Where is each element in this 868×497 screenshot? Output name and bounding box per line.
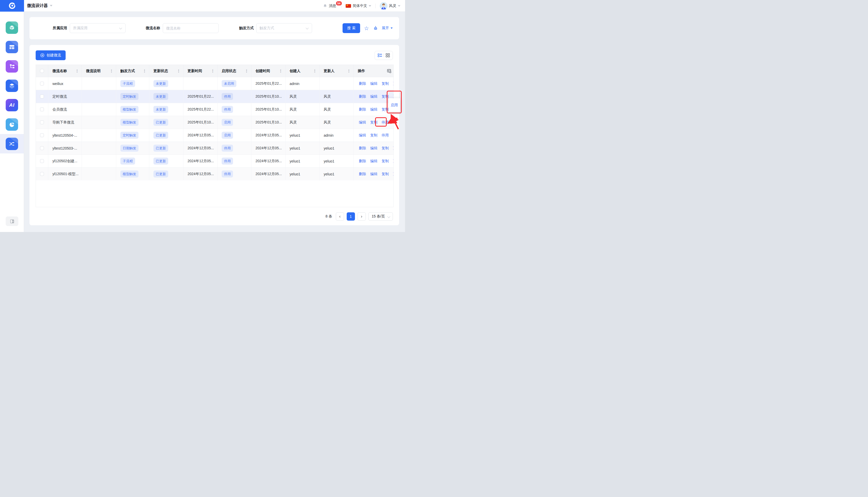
row-checkbox[interactable] — [40, 133, 44, 137]
column-menu-icon[interactable]: ⋮ — [244, 69, 249, 73]
clear-brush-icon[interactable] — [373, 26, 378, 31]
action-edit[interactable]: 编辑 — [370, 94, 378, 99]
select-all-checkbox[interactable] — [40, 69, 44, 73]
table-header-row: 微流名称⋮ 微流说明⋮ 触发方式⋮ 更新状态⋮ 更新时间⋮ — [36, 65, 394, 77]
table-row[interactable]: yltest120503-... 日期触发 已更新 2024年12月05... … — [36, 142, 394, 155]
sidebar-collapse-button[interactable] — [6, 216, 18, 226]
column-menu-icon[interactable]: ⋮ — [312, 69, 317, 73]
action-edit[interactable]: 编辑 — [359, 133, 366, 138]
table-row[interactable]: yl120502创建... 子流程 已更新 2024年12月05... 停用 2… — [36, 155, 394, 167]
action-more[interactable]: 更 — [393, 81, 394, 86]
app-select[interactable]: 所属应用 — [70, 23, 126, 33]
cell-trigger: 模型触发 — [116, 116, 149, 129]
action-edit[interactable]: 编辑 — [370, 172, 378, 176]
table-row[interactable]: 会员微流 模型触发 未更新 2025年01月22... 停用 2025年01月1… — [36, 103, 394, 116]
action-delete[interactable]: 删除 — [359, 146, 366, 151]
action-delete[interactable]: 删除 — [359, 172, 366, 176]
filter-label-app: 所属应用 — [52, 26, 67, 30]
action-delete[interactable]: 删除 — [359, 94, 366, 99]
sidebar-item-cube[interactable] — [0, 18, 24, 37]
action-copy[interactable]: 复制 — [370, 133, 378, 138]
action-delete[interactable]: 删除 — [359, 81, 366, 86]
cell-microflow-name: yltest120503-... — [48, 142, 82, 155]
action-copy[interactable]: 复制 — [382, 146, 389, 151]
action-copy[interactable]: 复制 — [370, 120, 378, 125]
action-more[interactable]: 更 — [393, 159, 394, 164]
expand-toggle[interactable]: 展开 — [382, 26, 393, 30]
microflow-name-input[interactable] — [166, 26, 215, 30]
language-selector[interactable]: ★ 简体中文 — [346, 4, 371, 8]
cell-trigger: 子流程 — [116, 77, 149, 90]
column-menu-icon[interactable]: ⋮ — [142, 69, 147, 73]
action-delete[interactable]: 删除 — [359, 107, 366, 112]
cell-enable-status: 停用 — [217, 142, 251, 155]
action-copy[interactable]: 复制 — [382, 81, 389, 86]
column-menu-icon[interactable]: ⋮ — [176, 69, 181, 73]
action-delete[interactable]: 删除 — [359, 159, 366, 164]
action-edit[interactable]: 编辑 — [370, 146, 378, 151]
action-edit[interactable]: 编辑 — [359, 120, 366, 125]
action-edit[interactable]: 编辑 — [370, 81, 378, 86]
popup-enable-action[interactable]: 启用 — [391, 103, 398, 108]
cell-description — [82, 90, 116, 103]
table-row[interactable]: yl120501-模型... 模型触发 已更新 2024年12月05... 停用… — [36, 167, 394, 180]
layers-icon — [6, 80, 18, 92]
grid-view-button[interactable] — [384, 53, 392, 57]
column-settings-icon[interactable] — [387, 69, 392, 73]
action-disable[interactable]: 停用 — [382, 133, 389, 138]
list-view-button[interactable] — [376, 53, 384, 57]
user-menu[interactable]: 风灵 — [380, 2, 400, 10]
column-menu-icon[interactable]: ⋮ — [278, 69, 283, 73]
table-row[interactable]: yltest120504-... 定时触发 已更新 2024年12月05... … — [36, 129, 394, 142]
column-menu-icon[interactable]: ⋮ — [109, 69, 114, 73]
row-checkbox-cell — [36, 116, 48, 129]
action-edit[interactable]: 编辑 — [370, 159, 378, 164]
action-copy[interactable]: 复制 — [382, 107, 389, 112]
trigger-select[interactable]: 触发方式 — [256, 23, 312, 33]
column-header-actions: 操作 — [354, 65, 394, 77]
action-copy[interactable]: 复制 — [382, 159, 389, 164]
next-page-button[interactable]: › — [357, 212, 366, 221]
sidebar-item-flowchart[interactable] — [0, 57, 24, 76]
row-checkbox[interactable] — [40, 159, 44, 163]
column-menu-icon[interactable]: ⋮ — [210, 69, 215, 73]
table-row[interactable]: weiliux 子流程 未更新 未启用 2025年01月22... admin … — [36, 77, 394, 90]
action-more[interactable]: 更 — [393, 146, 394, 151]
sidebar-item-layers[interactable] — [0, 76, 24, 95]
table-row[interactable]: 定时微流 定时触发 未更新 2025年01月22... 停用 2025年01月1… — [36, 90, 394, 103]
action-disable[interactable]: 停用 — [382, 120, 389, 125]
sidebar-item-layout[interactable] — [0, 37, 24, 57]
prev-page-button[interactable]: ‹ — [336, 212, 344, 221]
notifications-label: 消息 — [329, 4, 336, 8]
action-copy[interactable]: 复制 — [382, 94, 389, 99]
cell-enable-status: 启用 — [217, 129, 251, 142]
column-menu-icon[interactable]: ⋮ — [75, 69, 80, 73]
favorite-star-icon[interactable]: ☆ — [364, 26, 369, 31]
create-microflow-button[interactable]: 创建微流 — [35, 51, 66, 60]
column-menu-icon[interactable]: ⋮ — [346, 69, 351, 73]
table-empty-space — [36, 180, 394, 207]
action-more[interactable]: 更 — [393, 172, 394, 176]
sidebar-item-ai[interactable]: AI — [0, 95, 24, 115]
sidebar-item-microflow[interactable] — [0, 134, 24, 154]
notifications-button[interactable]: 消息 54 — [323, 4, 337, 8]
cell-create-time: 2024年12月05... — [251, 142, 285, 155]
cell-microflow-name: yl120502创建... — [48, 155, 82, 167]
action-edit[interactable]: 编辑 — [370, 107, 378, 112]
sidebar-item-pie-chart[interactable] — [0, 115, 24, 134]
ai-icon: AI — [6, 99, 18, 111]
flowchart-icon — [6, 60, 18, 73]
page-size-select[interactable]: 15 条/页 — [368, 212, 393, 221]
row-checkbox[interactable] — [40, 82, 44, 85]
row-checkbox[interactable] — [40, 172, 44, 176]
table-row[interactable]: 导购下单微流 模型触发 已更新 2025年01月10... 启用 2025年01… — [36, 116, 394, 129]
current-page-button[interactable]: 1 — [347, 212, 355, 221]
app-title-dropdown[interactable]: 微流设计器 — [27, 3, 53, 9]
row-checkbox[interactable] — [40, 108, 44, 111]
row-checkbox[interactable] — [40, 95, 44, 98]
search-button[interactable]: 搜 索 — [343, 23, 360, 33]
row-checkbox[interactable] — [40, 120, 44, 124]
row-checkbox[interactable] — [40, 146, 44, 150]
app-logo[interactable] — [0, 0, 24, 12]
action-copy[interactable]: 复制 — [382, 172, 389, 176]
